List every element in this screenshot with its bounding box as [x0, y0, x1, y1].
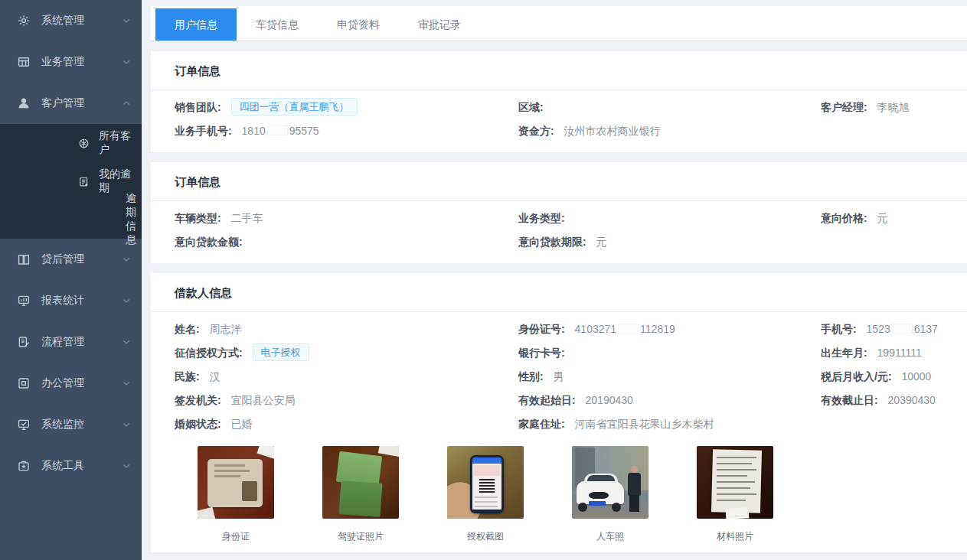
tab-approval-records[interactable]: 审批记录 [399, 8, 480, 41]
photo-label: 身份证 [198, 530, 274, 543]
photo-label: 驾驶证照片 [322, 530, 399, 543]
field-birth-date: 出生年月: 19911111 [821, 341, 967, 365]
field-business-phone: 业务手机号: 181095575 [175, 119, 518, 143]
clipboard-pencil-icon [17, 335, 31, 349]
field-marital-status: 婚姻状态: 已婚 [175, 412, 518, 436]
field-account-manager: 客户经理: 李晓旭 [821, 96, 967, 119]
sidebar-item-label: 系统工具 [41, 459, 84, 473]
tab-user-info[interactable]: 用户信息 [155, 8, 237, 41]
customers-wheel-icon [78, 138, 90, 149]
field-bank-card: 银行卡号: [518, 341, 821, 365]
sidebar-item-label: 业务管理 [41, 55, 84, 69]
chevron-up-icon [122, 99, 131, 108]
sidebar-item-office-mgmt[interactable]: 办公管理 [0, 363, 142, 404]
field-valid-to: 有效截止日: 20390430 [821, 389, 967, 412]
card-title: 订单信息 [151, 175, 967, 201]
gear-icon [17, 14, 31, 28]
field-intended-price: 意向价格: 元 [821, 207, 967, 230]
sidebar-item-label: 我的逾期 [99, 168, 131, 195]
sidebar-item-label: 系统管理 [41, 14, 84, 28]
chevron-down-icon [122, 379, 131, 388]
chevron-down-icon [122, 255, 131, 264]
open-book-icon [17, 252, 31, 266]
sidebar-item-report-stats[interactable]: 报表统计 [0, 280, 142, 321]
redaction-box [892, 324, 913, 334]
sidebar-item-my-overdue[interactable]: 我的逾期 [0, 162, 142, 200]
handwritten-document-photo-thumbnail[interactable] [697, 446, 773, 519]
tab-car-loan-info[interactable]: 车贷信息 [237, 8, 318, 41]
user-icon [17, 96, 31, 110]
redaction-box [267, 125, 288, 135]
field-ethnicity: 民族: 汉 [175, 365, 518, 389]
borrower-photos-row: 身份证 驾驶证照片 [175, 436, 967, 543]
sidebar-item-business-mgmt[interactable]: 业务管理 [0, 41, 142, 83]
green-booklet-photo-thumbnail[interactable] [322, 446, 399, 519]
sidebar-item-postloan-mgmt[interactable]: 贷后管理 [0, 239, 142, 280]
field-funder: 资金方: 汝州市农村商业银行 [518, 119, 821, 143]
redaction-box [618, 324, 639, 334]
monitor-icon [17, 294, 31, 308]
sidebar-item-system-mgmt[interactable]: 系统管理 [0, 0, 142, 41]
sidebar-item-label: 客户管理 [41, 96, 84, 110]
field-id-number: 身份证号: 4103271112819 [518, 317, 821, 341]
tab-loan-application-docs[interactable]: 申贷资料 [318, 8, 399, 41]
detail-tabbar: 用户信息 车贷信息 申贷资料 审批记录 [151, 6, 967, 41]
sidebar-item-label: 贷后管理 [41, 252, 84, 266]
grid-icon [17, 55, 31, 69]
field-mobile: 手机号: 15236137 [821, 317, 967, 341]
loan-intention-card: 订单信息 车辆类型: 二手车 业务类型: 意向价格: 元 意向贷款金额: [151, 162, 967, 263]
sidebar-item-label: 报表统计 [41, 294, 84, 308]
sidebar-item-customer-mgmt[interactable]: 客户管理 [0, 83, 142, 124]
field-home-address: 家庭住址: 河南省宜阳县花果山乡木柴村 [518, 412, 821, 436]
card-title: 订单信息 [151, 64, 967, 90]
field-issuing-authority: 签发机关: 宜阳县公安局 [175, 389, 518, 412]
field-intended-loan-amount: 意向贷款金额: [175, 230, 518, 254]
photo-label: 人车照 [572, 530, 648, 543]
sales-team-tag: 四团一营（直属王鹏飞） [231, 98, 358, 116]
field-credit-auth-method: 征信授权方式: 电子授权 [175, 341, 518, 365]
sidebar-item-label: 系统监控 [41, 418, 84, 431]
chevron-down-icon [122, 337, 131, 347]
photo-label: 授权截图 [447, 530, 524, 543]
field-intended-loan-term: 意向贷款期限: 元 [518, 230, 821, 254]
sidebar-item-label: 流程管理 [41, 335, 84, 349]
sidebar-item-label: 办公管理 [41, 376, 84, 390]
sidebar-item-system-monitor[interactable]: 系统监控 [0, 404, 142, 445]
order-info-card: 订单信息 销售团队: 四团一营（直属王鹏飞） 区域: 客户经理: 李晓旭 业务手 [151, 51, 967, 152]
field-region: 区域: [518, 96, 821, 119]
chevron-down-icon [122, 420, 131, 429]
field-valid-from: 有效起始日: 20190430 [518, 389, 821, 412]
sidebar-item-overdue-info[interactable]: 逾期信息 [0, 200, 142, 239]
card-title: 借款人信息 [151, 286, 967, 312]
field-business-type: 业务类型: [518, 207, 821, 230]
credit-auth-tag: 电子授权 [253, 343, 309, 361]
sidebar-item-process-mgmt[interactable]: 流程管理 [0, 321, 142, 363]
sidebar: 系统管理 业务管理 客户管理 [0, 0, 142, 560]
field-gender: 性别: 男 [518, 365, 821, 389]
nested-square-icon [17, 376, 31, 390]
chevron-down-icon [122, 16, 131, 25]
sidebar-item-system-tools[interactable]: 系统工具 [0, 445, 142, 487]
field-vehicle-type: 车辆类型: 二手车 [175, 207, 518, 230]
field-monthly-income: 税后月收入/元: 10000 [821, 365, 967, 389]
id-card-photo-thumbnail[interactable] [198, 446, 274, 519]
main-content: 用户信息 车贷信息 申贷资料 审批记录 订单信息 销售团队: 四团一营（直属王鹏… [142, 0, 967, 560]
car-person-photo-thumbnail[interactable] [572, 446, 648, 519]
field-sales-team: 销售团队: 四团一营（直属王鹏飞） [175, 96, 518, 119]
field-name: 姓名: 周志洋 [175, 317, 518, 341]
photo-label: 材料照片 [697, 530, 773, 543]
chevron-down-icon [122, 57, 131, 67]
chevron-down-icon [122, 461, 131, 470]
sidebar-item-label: 所有客户 [99, 129, 131, 157]
document-icon [78, 176, 90, 187]
phone-qr-photo-thumbnail[interactable] [447, 446, 524, 519]
sidebar-item-all-customers[interactable]: 所有客户 [0, 124, 142, 162]
customer-mgmt-submenu: 所有客户 我的逾期 逾期信息 [0, 124, 142, 239]
toolbox-plus-icon [17, 459, 31, 473]
monitor-check-icon [17, 418, 31, 431]
sidebar-item-label: 逾期信息 [126, 192, 136, 247]
chevron-down-icon [122, 296, 131, 305]
borrower-info-card: 借款人信息 姓名: 周志洋 身份证号: 4103271112819 手机号: 1… [151, 273, 967, 552]
